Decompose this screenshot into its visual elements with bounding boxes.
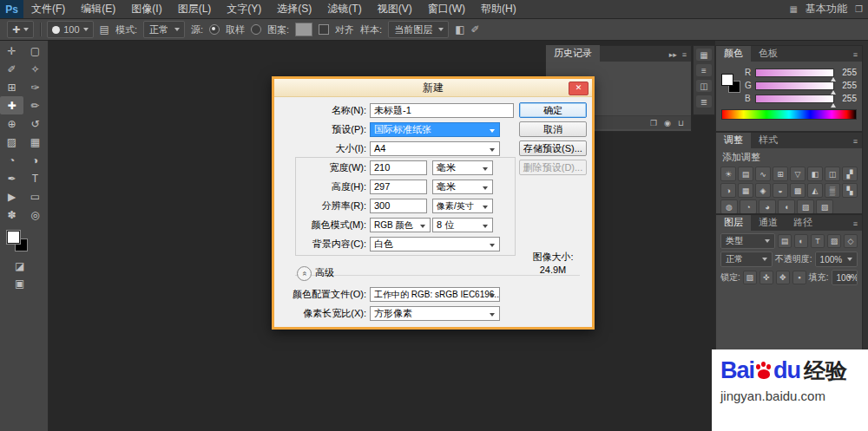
adjustment-icon[interactable]: ☀ [720,167,736,181]
pattern-swatch[interactable] [295,23,312,36]
sample-select[interactable]: 当前图层 [388,21,449,38]
green-slider[interactable] [755,82,834,90]
tab-channels[interactable]: 通道 [751,214,786,231]
pixel-aspect-ratio-select[interactable]: 方形像素 [370,306,500,321]
advanced-collapse-button[interactable]: « [297,266,312,281]
tool-preset-picker[interactable]: ✚ [7,21,34,38]
tab-color[interactable]: 颜色 [716,45,751,62]
preset-select[interactable]: 国际标准纸张 [370,122,500,137]
width-input[interactable]: 210 [370,160,427,175]
adjustment-icon[interactable]: ◒ [773,183,788,198]
adjustment-icon[interactable]: ◍ [720,199,738,214]
menu-image[interactable]: 图像(I) [123,0,169,18]
color-spectrum-ramp[interactable] [721,109,857,120]
color-profile-select[interactable]: 工作中的 RGB: sRGB IEC6196... [370,287,500,302]
collapse-panel-icon[interactable]: ▸▸ [669,50,677,59]
shape-tool-icon[interactable]: ▭ [23,187,47,206]
adjustment-icon[interactable]: ▤ [738,167,753,181]
dodge-tool-icon[interactable]: ◑ [23,151,47,169]
color-mode-select[interactable]: RGB 颜色 [370,218,431,232]
height-input[interactable]: 297 [370,180,427,194]
adjustment-icon[interactable]: ◭ [807,183,823,198]
screen-mode-icon[interactable]: ▣ [15,278,48,290]
dock-panel-icon[interactable]: ▦ [696,49,712,61]
blend-mode-select[interactable]: 正常 [720,251,773,267]
dock-panel-icon[interactable]: ≡ [696,64,712,76]
fill-select[interactable]: 100% [832,270,858,285]
tab-styles[interactable]: 样式 [751,132,786,148]
menu-layer[interactable]: 图层(L) [170,0,220,18]
adjustment-icon[interactable]: ▩ [790,183,806,198]
pen-tool-icon[interactable]: ✒ [0,169,23,187]
healing-brush-tool-icon[interactable]: ✚ [0,96,23,114]
lock-all-icon[interactable]: ▪ [792,271,806,284]
color-depth-select[interactable]: 8 位 [432,218,493,232]
mode-select[interactable]: 正常 [143,21,185,38]
height-unit-select[interactable]: 毫米 [432,180,493,194]
brush-tool-icon[interactable]: ✏ [23,96,47,114]
delete-preset-button[interactable]: 删除预设(D)... [519,160,587,175]
lock-transparency-icon[interactable]: ▨ [743,271,757,284]
panel-menu-icon[interactable]: ≡ [853,50,858,59]
filter-pixel-layers-icon[interactable]: ▤ [778,234,792,248]
layer-filter-select[interactable]: 类型 [720,233,775,249]
adjustment-icon[interactable]: ◕ [759,199,776,214]
foreground-color-swatch[interactable] [7,231,20,244]
quick-mask-icon[interactable]: ◪ [15,260,48,272]
menu-window[interactable]: 窗口(W) [420,0,473,18]
adjustment-icon[interactable]: ▽ [790,167,806,181]
adjustment-icon[interactable]: ▒ [825,183,840,198]
tab-paths[interactable]: 路径 [786,214,820,231]
new-snapshot-icon[interactable]: ◉ [664,119,671,127]
menu-filter[interactable]: 滤镜(T) [319,0,369,18]
marquee-tool-icon[interactable]: ▢ [23,42,47,60]
menu-help[interactable]: 帮助(H) [473,0,524,18]
save-preset-button[interactable]: 存储预设(S)... [519,140,587,156]
path-selection-tool-icon[interactable]: ▶ [0,187,23,206]
adjustment-icon[interactable]: ▧ [797,199,814,214]
adjustment-icon[interactable]: ◫ [825,167,840,181]
resolution-unit-select[interactable]: 像素/英寸 [432,199,493,213]
lock-position-icon[interactable]: ✥ [776,271,790,284]
adjustment-icon[interactable]: ⊞ [773,167,788,181]
dock-panel-icon[interactable]: ≣ [696,95,712,108]
tab-history[interactable]: 历史记录 [546,45,600,62]
menu-view[interactable]: 视图(V) [370,0,420,18]
adjustment-icon[interactable]: ▚ [842,183,858,198]
panel-menu-icon[interactable]: ≡ [682,50,687,59]
background-contents-select[interactable]: 白色 [370,237,500,251]
zoom-tool-icon[interactable]: ◎ [23,206,47,224]
width-unit-select[interactable]: 毫米 [432,160,493,175]
delete-state-icon[interactable]: ⊔ [678,119,684,127]
eyedropper-tool-icon[interactable]: ✑ [23,78,47,96]
name-input[interactable]: 未标题-1 [370,103,514,118]
clone-stamp-tool-icon[interactable]: ⊕ [0,114,23,133]
resolution-input[interactable]: 300 [370,199,427,213]
adjustment-icon[interactable]: ◧ [807,167,823,181]
menu-type[interactable]: 文字(Y) [219,0,269,18]
quick-selection-tool-icon[interactable]: ✧ [23,60,47,78]
adjustment-icon[interactable]: ◑ [720,183,736,198]
history-brush-tool-icon[interactable]: ↺ [23,114,47,133]
ignore-adjustment-layers-icon[interactable]: ◧ [455,23,464,36]
adjustment-icon[interactable]: ▞ [842,167,858,181]
toggle-brush-panel-icon[interactable]: ▤ [100,23,109,36]
blue-slider[interactable] [755,95,834,103]
menu-select[interactable]: 选择(S) [269,0,319,18]
brush-size-picker[interactable]: 100 [47,21,93,38]
filter-smart-object-icon[interactable]: ◇ [844,234,858,248]
hand-tool-icon[interactable]: ✽ [0,206,23,224]
sampled-radio[interactable] [209,24,220,35]
cancel-button[interactable]: 取消 [519,121,587,137]
adjustment-icon[interactable]: ▦ [738,183,753,198]
panel-fg-bg-swatches[interactable] [721,74,742,95]
workspace-switcher-button[interactable]: 基本功能 [804,2,849,16]
tab-swatches[interactable]: 色板 [751,45,786,62]
panel-menu-icon[interactable]: ≡ [853,219,858,228]
filter-adjustment-layers-icon[interactable]: ◐ [794,234,808,248]
foreground-color-swatch[interactable] [721,74,733,86]
menu-edit[interactable]: 编辑(E) [73,0,123,18]
lasso-tool-icon[interactable]: ✐ [0,60,23,78]
filter-type-layers-icon[interactable]: T [811,234,825,248]
aligned-checkbox[interactable] [319,24,329,35]
